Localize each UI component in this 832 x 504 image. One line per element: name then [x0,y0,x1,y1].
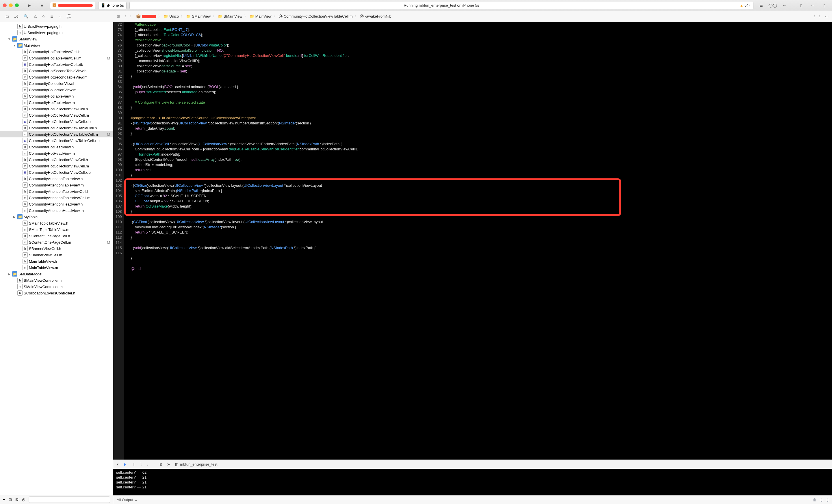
tree-file[interactable]: MainTableView.h [0,258,113,264]
jump-segment[interactable]: 📁MainView [250,14,271,19]
tree-file[interactable]: CommunityHotHeadView.h [0,144,113,150]
tree-file[interactable]: UIScrollView+paging.h [0,23,113,29]
stop-button[interactable]: ■ [37,2,47,9]
tree-file[interactable]: CommunityHotTableViewCell.h [0,49,113,55]
tree-file[interactable]: CommunityHotCollectionViewTableCell.xib [0,137,113,144]
toggle-navigator-button[interactable]: ▯ [796,2,806,9]
project-navigator[interactable]: UIScrollView+paging.hUIScrollView+paging… [0,22,113,504]
recent-files-button[interactable]: ⊡ [9,497,12,502]
code-content[interactable]: //attendLabel [_attendLabel setFont:FONT… [124,22,832,459]
tree-file[interactable]: CommunityHotSecondTableView.h [0,67,113,74]
tree-file[interactable]: CommunityCollectionView.h [0,80,113,87]
run-button[interactable]: ▶ [25,2,34,9]
tree-file[interactable]: CommunityHotSecondTableView.m [0,74,113,80]
jump-bar[interactable]: 📦〉📁Unico〉📁SMainView〉📁SMainView〉📁MainView… [136,14,809,19]
tree-file[interactable]: CommunityHotCollectionViewCell.xib [0,118,113,125]
step-out-button[interactable]: ↑ [153,462,155,467]
tree-file[interactable]: CommunityAttentionHeadView.h [0,201,113,207]
tree-file[interactable]: CommunityHotCollectionViewTableCell.mM [0,131,113,137]
jump-segment[interactable]: ⓂCommunityHotCollectionViewTableCell.m [279,14,353,19]
code-editor[interactable]: 7273747576777879808182838485868788899091… [113,22,832,459]
tree-file[interactable]: CommunityHotHeadView.m [0,150,113,157]
jump-segment[interactable]: 📁SMainView [186,14,211,19]
device-selector[interactable]: 📱 iPhone 5s [98,2,127,9]
debug-view-button[interactable]: ⧉ [160,462,162,467]
tree-file[interactable]: CommunityHotCollectionViewCell.m [0,112,113,118]
debug-console[interactable]: self.centerY == 62self.centerY == 21self… [113,469,832,495]
add-editor-button[interactable]: ▭ [825,14,829,19]
output-filter[interactable]: All Output ⌄ [117,498,137,502]
tree-file[interactable]: SCollocationLoversController.h [0,290,113,296]
tree-file[interactable]: SMainTopicTableView.h [0,220,113,226]
scheme-selector[interactable]: 🅰 [50,2,95,9]
minimize-window-button[interactable] [9,3,13,7]
warning-badge[interactable]: ▲ 547 [740,3,750,7]
tree-file[interactable]: SContentOnePageCell.h [0,233,113,239]
disclosure-triangle[interactable]: ▼ [13,44,16,47]
test-navigator-tab[interactable]: ◇ [42,14,45,19]
tree-file[interactable]: CommunityHotTableView.m [0,99,113,106]
tree-file[interactable]: CommunityHotTableViewCell.xib [0,61,113,67]
close-window-button[interactable] [3,3,7,7]
jump-segment[interactable]: 📁Unico [163,14,179,19]
next-counterpart-button[interactable]: 〉 [818,14,822,19]
find-navigator-tab[interactable]: 🔍 [24,14,28,19]
tree-file[interactable]: CommunityAttentionTableView.h [0,175,113,182]
tree-file[interactable]: MainTableView.m [0,264,113,271]
debug-navigator-tab[interactable]: ≣ [50,14,53,19]
disclosure-triangle[interactable]: ▼ [7,37,11,41]
tree-file[interactable]: SMainTopicTableView.m [0,226,113,233]
tree-file[interactable]: SBannerViewCell.h [0,245,113,252]
pause-button[interactable]: ⏸ [132,462,135,467]
breakpoints-toggle[interactable]: ⏵ [123,462,127,467]
location-button[interactable]: ➤ [167,462,170,467]
toggle-utilities-button[interactable]: ▯ [819,2,829,9]
tree-file[interactable]: CommunityHotTableViewCell.mM [0,55,113,61]
project-navigator-tab[interactable]: 🗂 [5,14,9,19]
jump-segment[interactable]: 📁SMainView [218,14,242,19]
step-over-button[interactable]: ⤵ [140,462,142,467]
forward-button[interactable]: 〉 [129,14,133,19]
editor-mode-standard-button[interactable]: ☰ [756,2,766,9]
tree-file[interactable]: CommunityHotCollectionViewCell.xib [0,169,113,175]
tree-folder[interactable]: ▼SMainView [0,36,113,42]
tree-file[interactable]: CommunityHotCollectionViewCell.m [0,163,113,169]
hide-debug-button[interactable]: ▾ [117,462,119,467]
tree-file[interactable]: SMainViewController.h [0,277,113,283]
console-pane-left-button[interactable]: ▯ [821,498,823,502]
activity-status[interactable]: Running mbfun_enterprise_test on iPhone … [129,2,753,9]
tree-folder[interactable]: ▶MyTopic [0,214,113,220]
tree-file[interactable]: SContentOnePageCell.mM [0,239,113,245]
tree-folder[interactable]: ▼MainView [0,42,113,49]
tree-file[interactable]: CommunityAttentionTableView.m [0,182,113,188]
tree-file[interactable]: UIScrollView+paging.m [0,29,113,36]
tree-file[interactable]: CommunityAttentionTableViewCell.m [0,195,113,201]
toggle-debug-area-button[interactable]: ▭ [808,2,817,9]
step-into-button[interactable]: ↓ [147,462,149,467]
jump-segment-project[interactable]: 📦 [136,14,156,19]
tree-file[interactable]: CommunityCollectionView.m [0,87,113,93]
navigator-filter-field[interactable] [29,497,110,503]
report-navigator-tab[interactable]: 💬 [67,14,71,19]
tree-file[interactable]: CommunityHotCollectionViewCell.h [0,106,113,112]
tree-file[interactable]: CommunityHotTableView.h [0,93,113,99]
clock-filter-button[interactable]: ◷ [22,497,25,502]
zoom-window-button[interactable] [15,3,19,7]
editor-mode-assistant-button[interactable]: ◯◯ [768,2,778,9]
disclosure-triangle[interactable]: ▶ [7,273,11,276]
tree-file[interactable]: SBannerViewCell.m [0,252,113,258]
tree-file[interactable]: SMainViewController.m [0,283,113,290]
clear-console-button[interactable]: 🗑 [813,498,816,502]
jump-segment[interactable]: Ⓜ-awakeFromNib [360,14,391,19]
tree-file[interactable]: CommunityAttentionTableViewCell.h [0,188,113,195]
back-button[interactable]: 〈 [123,14,127,19]
tree-file[interactable]: CommunityAttentionHeadView.m [0,207,113,214]
add-file-button[interactable]: + [3,497,5,502]
related-items-button[interactable]: ⊞ [117,14,120,19]
tree-folder[interactable]: ▶SMDataModel [0,271,113,277]
scm-filter-button[interactable]: ⊠ [15,497,19,502]
issue-navigator-tab[interactable]: ⚠ [33,14,37,19]
debug-target[interactable]: ◧ mbfun_enterprise_test [175,462,217,467]
console-pane-right-button[interactable]: ▯ [827,498,829,502]
disclosure-triangle[interactable]: ▶ [13,215,16,219]
